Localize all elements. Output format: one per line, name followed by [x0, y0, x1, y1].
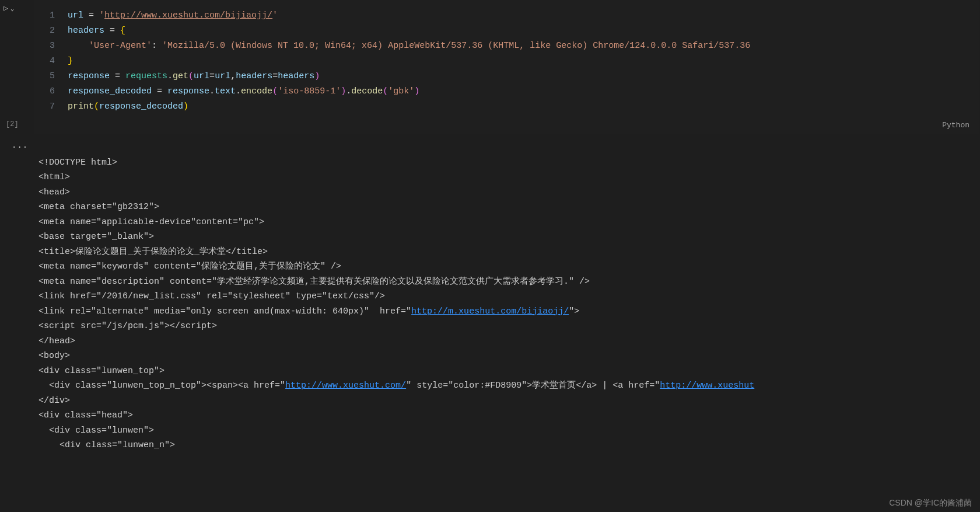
output-line: <div class="head"> [38, 410, 133, 420]
line-number: 7 [34, 99, 68, 114]
notebook: ▷ ⌄ 1 url = 'http://www.xueshut.com/biji… [0, 0, 980, 453]
line-number: 5 [34, 69, 68, 84]
line-number: 3 [34, 39, 68, 54]
output-line: <script src="/js/pcm.js"></script> [38, 321, 217, 331]
code-line: 5 response = requests.get(url=url,header… [34, 69, 979, 84]
line-number: 2 [34, 23, 68, 39]
output-line: </div> [38, 396, 70, 406]
output-line: <base target="_blank"> [38, 232, 154, 242]
code-line: 6 response_decoded = response.text.encod… [34, 84, 979, 99]
cell-gutter: ▷ ⌄ [0, 0, 34, 134]
line-number: 1 [34, 8, 68, 23]
output-link[interactable]: http://m.xueshut.com/bijiaojj/ [411, 306, 569, 316]
output-line: <div class="lunwen_top_n_top"><span><a h… [38, 381, 754, 391]
output-line: <div class="lunwen_top"> [38, 366, 164, 376]
output-link[interactable]: http://www.xueshut.com/ [285, 381, 406, 391]
output-line: <div class="lunwen_n"> [38, 440, 175, 450]
execution-count: [2] [4, 120, 19, 134]
code-line: 2 headers = { [34, 23, 979, 39]
output-line: <link rel="alternate" media="only screen… [38, 306, 579, 316]
code-line: 1 url = 'http://www.xueshut.com/bijiaojj… [34, 8, 979, 23]
line-number: 6 [34, 84, 68, 99]
ellipsis-icon[interactable]: ··· [12, 142, 28, 152]
chevron-down-icon[interactable]: ⌄ [10, 5, 15, 12]
output-line: <!DOCTYPE html> [38, 158, 117, 168]
output-cell: ··· <!DOCTYPE html> <html> <head> <meta … [0, 138, 980, 453]
output-line: <meta name="keywords" content="保险论文题目,关于… [38, 262, 341, 271]
language-label[interactable]: Python [942, 121, 970, 130]
output-line: <head> [38, 187, 70, 197]
output-line: <div class="lunwen"> [38, 426, 154, 436]
output-line: <title>保险论文题目_关于保险的论文_学术堂</title> [38, 247, 268, 257]
output-line: <meta name="applicable-device"content="p… [38, 217, 264, 227]
output-line: <meta name="description" content="学术堂经济学… [38, 277, 590, 287]
output-line: <html> [38, 172, 70, 182]
code-line: 3 'User-Agent': 'Mozilla/5.0 (Windows NT… [34, 39, 979, 54]
code-line: 4 } [34, 54, 979, 69]
output-line: <link href="/2016/new_list.css" rel="sty… [38, 291, 385, 301]
watermark: CSDN @学IC的酱浦菌 [889, 498, 972, 508]
code-cell: ▷ ⌄ 1 url = 'http://www.xueshut.com/biji… [0, 0, 980, 134]
output-gutter: ··· [0, 138, 34, 453]
code-line: 7 print(response_decoded) [34, 99, 979, 114]
line-number: 4 [34, 54, 68, 69]
output-line: <meta charset="gb2312"> [38, 202, 159, 212]
output-line: <body> [38, 351, 70, 361]
run-cell-icon[interactable]: ▷ [4, 4, 8, 13]
output-link[interactable]: http://www.xueshut [660, 381, 754, 391]
output-line: </head> [38, 336, 75, 346]
code-editor[interactable]: 1 url = 'http://www.xueshut.com/bijiaojj… [34, 0, 979, 134]
cell-output[interactable]: <!DOCTYPE html> <html> <head> <meta char… [34, 138, 980, 453]
